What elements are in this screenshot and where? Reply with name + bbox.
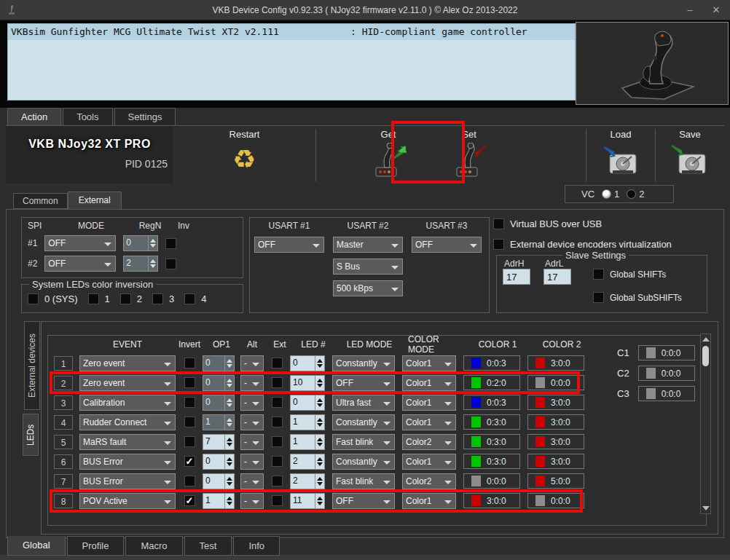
c-channel-cell-C2[interactable]: 0:0:0	[638, 366, 695, 381]
color-mode-select-8[interactable]: Color1	[402, 493, 456, 509]
side-tab-external-devices[interactable]: External devices	[24, 321, 40, 410]
system-led-checkbox-1[interactable]	[88, 293, 99, 304]
led-spinner-3-steppers[interactable]	[315, 395, 324, 410]
tab-profile[interactable]: Profile	[67, 536, 125, 556]
op1-spinner-6[interactable]: 0	[203, 454, 235, 470]
op1-spinner-8-down-icon[interactable]	[227, 502, 232, 505]
led-spinner-6-down-icon[interactable]	[317, 462, 323, 466]
tab-common[interactable]: Common	[13, 193, 68, 209]
load-button[interactable]: Load	[586, 126, 655, 184]
system-led-checkbox-0[interactable]	[28, 293, 39, 304]
invert-checkbox-2[interactable]	[184, 377, 195, 388]
op1-spinner-3-down-icon[interactable]	[227, 403, 232, 407]
ext-checkbox-5[interactable]	[272, 436, 283, 447]
led-spinner-4-down-icon[interactable]	[317, 423, 323, 427]
op1-spinner-8-steppers[interactable]	[224, 494, 234, 508]
op1-spinner-5-steppers[interactable]	[224, 435, 234, 449]
color-mode-select-6[interactable]: Color1	[402, 454, 456, 470]
tab-tools[interactable]: Tools	[63, 108, 112, 125]
color-mode-select-7[interactable]: Color2	[402, 473, 456, 489]
invert-checkbox-7[interactable]	[184, 476, 195, 486]
ext-checkbox-6[interactable]	[272, 456, 283, 467]
color1-cell-1[interactable]: 0:0:3	[463, 355, 520, 371]
invert-checkbox-3[interactable]	[184, 397, 195, 408]
spi2-regn-spinner-steppers[interactable]	[148, 256, 157, 271]
color2-cell-2[interactable]: 0:0:0	[527, 375, 584, 390]
scroll-up-icon[interactable]	[702, 337, 710, 342]
led-mode-select-6[interactable]: Constantly	[332, 454, 395, 470]
led-spinner-4[interactable]: 1	[290, 414, 325, 430]
led-spinner-1-steppers[interactable]	[315, 356, 324, 371]
op1-spinner-7-steppers[interactable]	[224, 474, 234, 489]
invert-checkbox-6[interactable]: ✓	[184, 456, 195, 467]
usart-3-select-1[interactable]: OFF	[412, 237, 482, 253]
op1-spinner-7-up-icon[interactable]	[227, 477, 232, 481]
system-led-checkbox-2[interactable]	[120, 293, 131, 304]
led-spinner-3[interactable]: 0	[290, 395, 325, 411]
led-spinner-6[interactable]: 2	[290, 454, 325, 470]
op1-spinner-6-up-icon[interactable]	[227, 457, 232, 461]
event-select-7[interactable]: BUS Error	[79, 473, 176, 489]
op1-spinner-1-steppers[interactable]	[224, 356, 234, 371]
c-channel-cell-C3[interactable]: 0:0:0	[638, 386, 695, 401]
ext-checkbox-8[interactable]	[272, 495, 283, 506]
op1-spinner-3-steppers[interactable]	[224, 395, 234, 410]
system-led-checkbox-4[interactable]	[184, 293, 195, 304]
color1-cell-7[interactable]: 0:0:0	[463, 473, 520, 489]
led-spinner-7-steppers[interactable]	[315, 474, 324, 489]
led-mode-select-2[interactable]: OFF	[332, 375, 395, 391]
op1-spinner-1-up-icon[interactable]	[227, 359, 232, 363]
color2-cell-3[interactable]: 3:0:0	[527, 395, 584, 410]
ext-encoders-checkbox[interactable]	[493, 239, 504, 250]
led-spinner-5-down-icon[interactable]	[317, 443, 323, 446]
device-list-row[interactable]: VKBsim Gunfighter MCG Ultimate Twist XT2…	[8, 24, 575, 40]
op1-spinner-5[interactable]: 7	[203, 434, 235, 450]
led-spinner-8-up-icon[interactable]	[317, 497, 323, 500]
op1-spinner-4-up-icon[interactable]	[227, 418, 232, 422]
alt-select-7[interactable]: -	[240, 473, 264, 489]
led-spinner-3-down-icon[interactable]	[317, 403, 323, 407]
ext-checkbox-2[interactable]	[272, 377, 283, 388]
event-select-1[interactable]: Zero event	[79, 355, 176, 371]
invert-checkbox-1[interactable]	[184, 358, 195, 368]
event-select-8[interactable]: POV Active	[79, 493, 176, 509]
alt-select-2[interactable]: -	[240, 375, 264, 391]
color2-cell-5[interactable]: 3:0:0	[527, 434, 584, 449]
ext-checkbox-4[interactable]	[272, 417, 283, 427]
color2-cell-8[interactable]: 0:0:0	[527, 493, 584, 508]
spi2-mode-select[interactable]: OFF	[44, 256, 116, 272]
alt-select-8[interactable]: -	[240, 493, 264, 509]
led-spinner-7-up-icon[interactable]	[317, 477, 323, 481]
set-button[interactable]: Set	[430, 126, 509, 184]
led-spinner-1-up-icon[interactable]	[317, 359, 323, 363]
vc-radio-1[interactable]	[602, 189, 611, 199]
c-channel-cell-C1[interactable]: 0:0:0	[638, 345, 695, 360]
color-mode-select-1[interactable]: Color1	[402, 355, 456, 371]
led-mode-select-7[interactable]: Fast blink	[332, 473, 395, 489]
color1-cell-5[interactable]: 0:3:0	[463, 434, 520, 449]
op1-spinner-5-up-icon[interactable]	[227, 438, 232, 441]
color1-cell-4[interactable]: 0:3:0	[463, 414, 520, 430]
global-shifts-checkbox[interactable]	[593, 269, 604, 280]
led-spinner-8[interactable]: 11	[290, 493, 325, 509]
system-led-option-0[interactable]: 0 (SYS)	[28, 293, 78, 304]
op1-spinner-1[interactable]: 0	[203, 355, 235, 371]
led-spinner-7-down-icon[interactable]	[317, 482, 323, 486]
color-mode-select-4[interactable]: Color1	[402, 414, 456, 430]
adrl-field[interactable]	[543, 269, 571, 285]
event-select-5[interactable]: MaRS fault	[79, 434, 176, 450]
spi2-inv-checkbox[interactable]	[165, 259, 176, 269]
op1-spinner-1-down-icon[interactable]	[227, 364, 232, 368]
alt-select-4[interactable]: -	[240, 414, 264, 430]
spi1-regn-spinner[interactable]: 0	[123, 235, 158, 251]
spi1-regn-spinner-up-icon[interactable]	[150, 239, 156, 242]
color1-cell-2[interactable]: 0:2:0	[463, 375, 520, 390]
ext-checkbox-1[interactable]	[272, 358, 283, 368]
tab-action[interactable]: Action	[7, 108, 61, 125]
led-spinner-3-up-icon[interactable]	[317, 398, 323, 402]
minimize-button[interactable]: –	[680, 3, 699, 17]
led-spinner-2-up-icon[interactable]	[317, 379, 323, 382]
alt-select-1[interactable]: -	[240, 355, 264, 371]
color2-cell-4[interactable]: 3:0:0	[527, 414, 584, 430]
ext-encoders-option[interactable]: External device encoders virtualization	[493, 239, 672, 250]
